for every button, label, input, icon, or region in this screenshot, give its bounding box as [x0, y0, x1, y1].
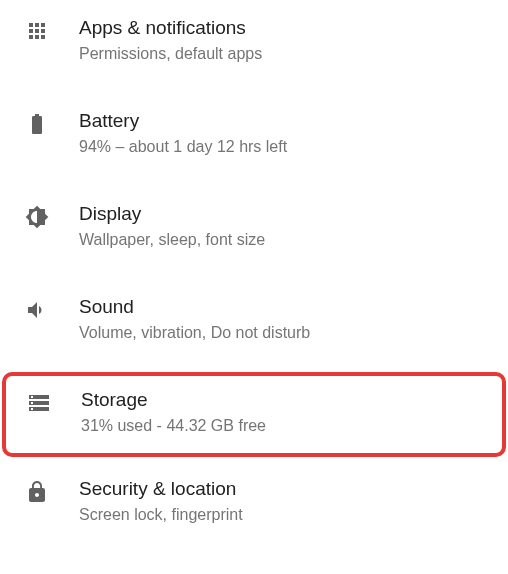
- settings-item-title: Apps & notifications: [79, 17, 498, 40]
- lock-icon: [10, 480, 64, 504]
- settings-item-subtitle: Screen lock, fingerprint: [79, 505, 498, 524]
- settings-item-users[interactable]: Users & accounts: [0, 554, 508, 574]
- settings-item-text: Display Wallpaper, sleep, font size: [64, 203, 498, 249]
- settings-item-subtitle: Volume, vibration, Do not disturb: [79, 323, 498, 342]
- highlight-box: Storage 31% used - 44.32 GB free: [2, 372, 506, 457]
- settings-item-battery[interactable]: Battery 94% – about 1 day 12 hrs left: [0, 93, 508, 186]
- display-icon: [10, 205, 64, 229]
- settings-item-title: Sound: [79, 296, 498, 319]
- settings-item-security[interactable]: Security & location Screen lock, fingerp…: [0, 461, 508, 554]
- settings-item-subtitle: Wallpaper, sleep, font size: [79, 230, 498, 249]
- settings-item-title: Security & location: [79, 478, 498, 501]
- settings-item-storage[interactable]: Storage 31% used - 44.32 GB free: [6, 376, 502, 453]
- settings-item-text: Apps & notifications Permissions, defaul…: [64, 17, 498, 63]
- apps-icon: [10, 19, 64, 43]
- settings-item-sound[interactable]: Sound Volume, vibration, Do not disturb: [0, 279, 508, 372]
- settings-item-display[interactable]: Display Wallpaper, sleep, font size: [0, 186, 508, 279]
- settings-item-title: Display: [79, 203, 498, 226]
- battery-icon: [10, 112, 64, 136]
- settings-item-subtitle: 94% – about 1 day 12 hrs left: [79, 137, 498, 156]
- settings-item-text: Security & location Screen lock, fingerp…: [64, 478, 498, 524]
- settings-item-text: Storage 31% used - 44.32 GB free: [66, 389, 496, 435]
- settings-item-title: Battery: [79, 110, 498, 133]
- settings-list: Apps & notifications Permissions, defaul…: [0, 0, 508, 574]
- sound-icon: [10, 298, 64, 322]
- storage-icon: [12, 391, 66, 415]
- settings-item-subtitle: Permissions, default apps: [79, 44, 498, 63]
- settings-item-subtitle: 31% used - 44.32 GB free: [81, 416, 496, 435]
- settings-item-text: Battery 94% – about 1 day 12 hrs left: [64, 110, 498, 156]
- settings-item-title: Storage: [81, 389, 496, 412]
- settings-item-text: Sound Volume, vibration, Do not disturb: [64, 296, 498, 342]
- settings-item-apps[interactable]: Apps & notifications Permissions, defaul…: [0, 0, 508, 93]
